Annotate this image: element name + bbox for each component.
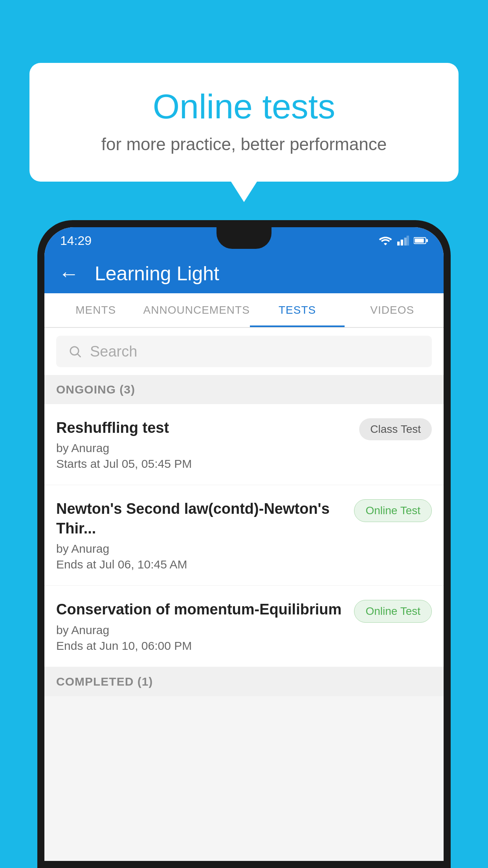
status-bar: 14:29 xyxy=(44,227,444,254)
test-author-2: by Anurag xyxy=(56,542,346,555)
completed-section-header: COMPLETED (1) xyxy=(44,667,444,696)
test-info-2: Newton's Second law(contd)-Newton's Thir… xyxy=(56,499,354,571)
ongoing-section-header: ONGOING (3) xyxy=(44,375,444,404)
test-time-1: Starts at Jul 05, 05:45 PM xyxy=(56,457,351,471)
svg-rect-5 xyxy=(426,239,428,242)
notch xyxy=(216,227,272,249)
signal-icon xyxy=(397,235,409,246)
test-name-3: Conservation of momentum-Equilibrium xyxy=(56,600,346,619)
back-button[interactable]: ← xyxy=(59,263,79,284)
app-bar: ← Learning Light xyxy=(44,254,444,293)
tab-announcements[interactable]: ANNOUNCEMENTS xyxy=(143,293,250,327)
test-item-2[interactable]: Newton's Second law(contd)-Newton's Thir… xyxy=(44,485,444,586)
svg-line-8 xyxy=(77,354,81,357)
tab-ments[interactable]: MENTS xyxy=(48,293,143,327)
test-time-2: Ends at Jul 06, 10:45 AM xyxy=(56,558,346,571)
test-name-1: Reshuffling test xyxy=(56,418,351,438)
bubble-subtitle: for more practice, better performance xyxy=(61,134,427,154)
phone-screen: 14:29 xyxy=(44,227,444,861)
bubble-title: Online tests xyxy=(61,86,427,127)
search-bar: Search xyxy=(44,328,444,375)
test-item-3[interactable]: Conservation of momentum-Equilibrium by … xyxy=(44,586,444,667)
status-time: 14:29 xyxy=(60,234,92,248)
search-icon xyxy=(68,344,82,359)
tab-videos[interactable]: VIDEOS xyxy=(345,293,440,327)
status-icons xyxy=(378,235,428,246)
test-name-2: Newton's Second law(contd)-Newton's Thir… xyxy=(56,499,346,538)
svg-rect-0 xyxy=(397,242,400,246)
app-title: Learning Light xyxy=(95,262,219,285)
test-item-1[interactable]: Reshuffling test by Anurag Starts at Jul… xyxy=(44,404,444,485)
test-author-1: by Anurag xyxy=(56,441,351,455)
tab-tests[interactable]: TESTS xyxy=(250,293,345,327)
svg-rect-2 xyxy=(404,238,407,246)
badge-2: Online Test xyxy=(354,499,432,522)
search-input-wrap[interactable]: Search xyxy=(56,336,432,367)
svg-rect-3 xyxy=(407,236,409,246)
wifi-icon xyxy=(378,235,393,246)
battery-icon xyxy=(414,236,428,245)
badge-1: Class Test xyxy=(359,418,432,440)
speech-bubble: Online tests for more practice, better p… xyxy=(29,63,459,182)
svg-rect-6 xyxy=(415,239,424,243)
test-author-3: by Anurag xyxy=(56,623,346,637)
test-info-1: Reshuffling test by Anurag Starts at Jul… xyxy=(56,418,359,471)
svg-rect-1 xyxy=(401,240,403,246)
tab-bar: MENTS ANNOUNCEMENTS TESTS VIDEOS xyxy=(44,293,444,328)
test-list: Reshuffling test by Anurag Starts at Jul… xyxy=(44,404,444,667)
phone-frame: 14:29 xyxy=(37,220,451,868)
badge-3: Online Test xyxy=(354,600,432,623)
test-info-3: Conservation of momentum-Equilibrium by … xyxy=(56,600,354,652)
search-placeholder: Search xyxy=(90,343,137,360)
test-time-3: Ends at Jun 10, 06:00 PM xyxy=(56,639,346,653)
